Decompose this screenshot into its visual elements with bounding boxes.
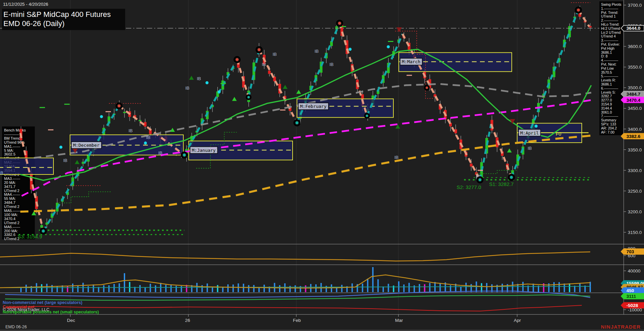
swing-pivots-line: 4.------------ [601,58,618,62]
cyan-dot-marker [535,125,538,128]
price-tick-label: 3150.0 [628,230,642,235]
price-tick-label: 3400.0 [628,127,642,132]
swing-pivots-line: 3277.0 [601,98,612,102]
swing-pivot-core [479,178,482,181]
volume-bar [419,284,420,292]
swing-pivots-line: 6.------------ [601,86,618,90]
price-tick-label: 3300.0 [628,168,642,173]
benchmarks-line: MA3.------ [4,176,20,181]
benchmarks-line: 3470.4 [4,217,16,221]
benchmarks-line: UTrend 2 [4,189,19,193]
volume-tick-label: 40000 [628,268,641,274]
inside-bar-label: IB [197,76,201,81]
swing-pivots-line: UTrend 1 [601,14,616,18]
cyan-dot-marker [206,81,209,84]
volume-bar [590,282,591,292]
volume-bar [533,284,534,292]
volume-bar [181,286,182,292]
swing-pivots-line: 3686.1 [601,50,612,54]
price-tick-label: 3350.0 [628,147,642,152]
volume-bar [41,284,42,292]
instrument-title: E-mini S&P MidCap 400 Futures [3,10,122,19]
volume-bar [113,284,115,292]
price-tick-label: 3550.0 [628,65,642,70]
swing-pivots-line: Lo:2 UTrend [601,30,621,34]
swing-pivots-line: Levels R: [601,78,616,82]
volume-bar [248,285,249,292]
bottom-scrollbar[interactable] [0,330,644,331]
benchmarks-line: Bench Marks [4,128,26,132]
chart-window: 3700.03650.03600.03550.03500.03450.03400… [0,0,644,331]
cot-marker-label: -5028 [626,303,638,308]
volume-bar [295,285,296,292]
month-label: M:March [402,59,420,64]
volume-bar [341,285,343,292]
swing-pivots-line: 5.------------ [601,74,618,78]
price-tick-label: 3600.0 [628,44,642,49]
cyan-dot-marker [218,90,221,93]
volume-bar [170,285,172,292]
benchmarks-line: 3382.6 [4,233,16,237]
volume-bar [465,283,467,292]
inside-bar-label: IB [394,155,398,160]
volume-bar [279,285,280,292]
benchmarks-line: 100 MA: [4,213,18,217]
legend-nonreportable: Nonreportable positions net (small specu… [3,310,99,314]
benchmarks-line: 20 MA: [4,181,16,185]
volume-bar [331,284,332,292]
swing-pivots-line: 3.------------ [601,38,618,42]
volume-marker-label: 450 [626,288,634,293]
inside-bar-label: IB [63,158,67,163]
volume-bar [56,286,58,292]
volume-bar [165,285,166,292]
benchmarks-line: 200 MA: [4,229,18,233]
swing-pivots-line: 3154.9 [601,102,612,106]
volume-bar [409,283,410,292]
support-level-label: S3: 3154.9 [18,234,42,239]
volume-bar [429,283,431,292]
cot-marker-label: 3111 [626,294,636,299]
month-label: M:February [300,104,326,109]
cyan-dot-marker [60,146,63,149]
swing-pivots-line: Swing Pivots [601,2,621,6]
benchmarks-line: 55 MA: [4,196,16,200]
price-marker-label: 3484.7 [626,92,640,97]
volume-bar [263,285,265,292]
volume-bar [383,287,384,292]
volume-bar [439,283,441,292]
swing-pivots-line: Pvt. Trend: [601,10,618,15]
swing-pivots-line: 2.------------ [601,18,618,22]
cyan-dot-marker [144,142,147,145]
volume-bar [207,283,208,292]
benchmarks-line: 5 MA: [4,148,14,152]
f0-label: F0 [556,131,561,137]
volume-bar [253,285,255,292]
price-tick-label: 3700.0 [628,3,642,8]
inside-bar-label: IB [315,49,319,54]
contract-title: EMD 06-26 (Daily) [3,19,122,28]
swing-pivots-line: Pvt High [601,46,615,50]
volume-bar [129,282,130,292]
volume-bar [336,288,337,292]
volume-bar [108,285,110,292]
edge-label: B [0,170,3,175]
price-tick-label: 3450.0 [628,106,642,111]
volume-bar [424,284,425,292]
swing-pivots-line: Pvt Low [601,66,614,70]
swing-pivots-line: Levels S: [601,90,616,94]
chart-canvas[interactable]: 3700.03650.03600.03550.03500.03450.03400… [0,0,644,331]
inside-bar-label: IB [329,62,334,67]
volume-bar [212,287,213,292]
month-label: M:April [520,131,539,136]
volume-bar [522,282,524,292]
volume-bar [77,285,78,292]
swing-pivots-line: SP's: 133 [601,122,616,126]
volume-bar [222,287,224,292]
candle-body [470,164,473,167]
volume-bar [305,285,306,292]
swing-pivot-core [366,115,368,117]
candle-body [123,112,126,113]
benchmarks-line: BM Trend: [4,136,21,140]
volume-bar [103,285,105,292]
inside-bar-label: IB [158,150,162,156]
